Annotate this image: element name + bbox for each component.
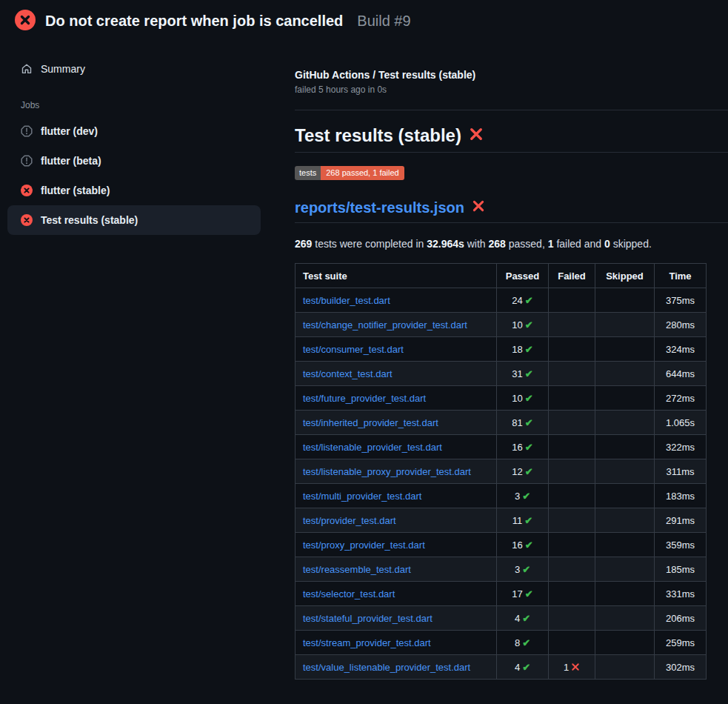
suite-cell: test/value_listenable_provider_test.dart [295,655,497,680]
workflow-breadcrumb: GitHub Actions / Test results (stable) [295,69,728,81]
table-row: test/context_test.dart31✔644ms [295,362,707,386]
test-suite-link[interactable]: test/stream_provider_test.dart [303,637,431,648]
sidebar-item-label: flutter (dev) [41,125,98,137]
test-suite-link[interactable]: test/context_test.dart [303,368,393,379]
skipped-cell [595,508,655,533]
test-suite-link[interactable]: test/consumer_test.dart [303,344,404,355]
skipped-cell [595,337,655,362]
test-suite-link[interactable]: test/inherited_provider_test.dart [303,417,438,428]
report-file-link[interactable]: reports/test-results.json [295,199,464,216]
test-suite-link[interactable]: test/stateful_provider_test.dart [303,613,433,624]
check-icon: ✔ [525,295,533,306]
check-icon: ✔ [525,539,533,551]
run-title: Do not create report when job is cancell… [45,13,343,30]
table-row: test/multi_provider_test.dart3✔183ms [295,484,707,508]
failed-cell [549,484,595,508]
suite-cell: test/builder_test.dart [295,288,497,313]
time-cell: 280ms [655,313,707,337]
check-icon: ✔ [522,637,530,648]
summary-segment: with [464,238,489,250]
test-suite-link[interactable]: test/provider_test.dart [303,515,396,526]
test-suite-link[interactable]: test/multi_provider_test.dart [303,491,421,502]
summary-segment: 268 [489,238,506,250]
summary-segment: tests were completed in [312,238,427,250]
passed-cell: 3✔ [497,484,549,508]
test-suite-link[interactable]: test/value_listenable_provider_test.dart [303,662,470,673]
skipped-cell [595,313,655,337]
passed-cell: 10✔ [497,386,549,411]
skipped-cell [595,631,655,655]
check-icon: ✔ [522,662,530,673]
failed-cell [549,533,595,557]
suite-cell: test/selector_test.dart [295,582,497,606]
table-row: test/builder_test.dart24✔375ms [295,288,707,313]
passed-cell: 10✔ [497,313,549,337]
test-suite-link[interactable]: test/future_provider_test.dart [303,393,426,404]
job-detail-panel: GitHub Actions / Test results (stable) f… [295,41,728,680]
sidebar-item-summary[interactable]: Summary [7,59,261,79]
time-cell: 259ms [655,631,707,655]
sidebar-item-label: Summary [41,63,85,75]
column-header-test-suite: Test suite [295,264,497,288]
check-icon: ✔ [525,466,533,477]
failed-cell [549,362,595,386]
test-suite-link[interactable]: test/listenable_proxy_provider_test.dart [303,466,471,477]
check-icon: ✔ [525,368,533,379]
table-row: test/proxy_provider_test.dart16✔359ms [295,533,707,557]
sidebar-item-flutter-beta[interactable]: flutter (beta) [7,146,261,176]
time-cell: 1.065s [655,411,707,435]
summary-segment: passed, [506,238,548,250]
passed-cell: 4✔ [497,606,549,631]
sidebar-item-label: flutter (beta) [41,155,101,167]
time-cell: 311ms [655,459,707,484]
table-row: test/listenable_proxy_provider_test.dart… [295,459,707,484]
summary-segment: 269 [295,238,312,250]
test-summary-sentence: 269 tests were completed in 32.964s with… [295,238,728,250]
table-row: test/stream_provider_test.dart8✔259ms [295,631,707,655]
sidebar-item-label: flutter (stable) [41,185,110,196]
failed-cell [549,606,595,631]
time-cell: 183ms [655,484,707,508]
failed-cell [549,459,595,484]
test-suite-link[interactable]: test/reassemble_test.dart [303,564,411,575]
jobs-heading: Jobs [21,100,295,110]
test-suite-link[interactable]: test/change_notifier_provider_test.dart [303,319,467,331]
table-header-row: Test suite Passed Failed Skipped Time [295,264,707,288]
sidebar-item-flutter-stable[interactable]: flutter (stable) [7,176,261,205]
suite-cell: test/stream_provider_test.dart [295,631,497,655]
skipped-cell [595,459,655,484]
report-heading: reports/test-results.json [295,199,728,223]
column-header-passed: Passed [497,264,549,288]
suite-cell: test/provider_test.dart [295,508,497,533]
skipped-cell [595,411,655,435]
summary-segment: 0 [604,238,610,250]
suite-cell: test/consumer_test.dart [295,337,497,362]
suite-cell: test/stateful_provider_test.dart [295,606,497,631]
time-cell: 644ms [655,362,707,386]
stop-icon [21,125,33,137]
passed-cell: 16✔ [497,533,549,557]
sidebar-item-flutter-dev[interactable]: flutter (dev) [7,116,261,146]
skipped-cell [595,606,655,631]
suite-cell: test/context_test.dart [295,362,497,386]
test-suite-link[interactable]: test/proxy_provider_test.dart [303,539,425,551]
x-mark-icon [472,199,485,216]
test-suite-link[interactable]: test/listenable_provider_test.dart [303,442,442,453]
sidebar-item-test-results-stable[interactable]: Test results (stable) [7,205,261,235]
skipped-cell [595,386,655,411]
table-row: test/future_provider_test.dart10✔272ms [295,386,707,411]
sidebar: Summary Jobs flutter (dev)flutter (beta)… [0,41,295,235]
table-row: test/reassemble_test.dart3✔185ms [295,557,707,582]
skipped-cell [595,582,655,606]
test-suite-link[interactable]: test/builder_test.dart [303,295,390,306]
skipped-cell [595,557,655,582]
time-cell: 359ms [655,533,707,557]
x-mark-icon [569,662,580,673]
suite-cell: test/proxy_provider_test.dart [295,533,497,557]
skipped-cell [595,655,655,680]
passed-cell: 4✔ [497,655,549,680]
column-header-time: Time [655,264,707,288]
skipped-cell [595,435,655,459]
time-cell: 375ms [655,288,707,313]
test-suite-link[interactable]: test/selector_test.dart [303,588,395,600]
